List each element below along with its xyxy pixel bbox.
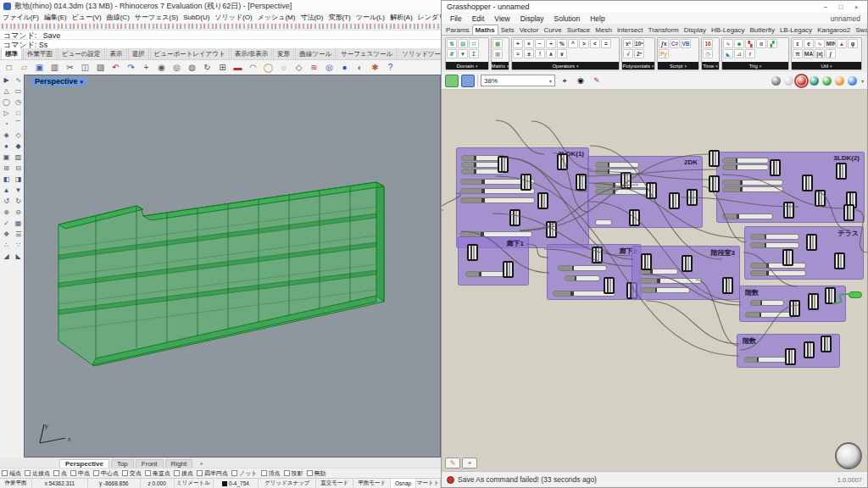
sidebar-tool-icon-2[interactable]: △ [1, 86, 12, 97]
gh-group-6[interactable]: テラス [744, 226, 864, 280]
ribbon-icon-trig-5[interactable]: ◣ [723, 49, 733, 58]
gh-component[interactable] [785, 348, 796, 365]
ribbon-icon-script-1[interactable]: C# [670, 39, 680, 48]
gh-slider[interactable] [641, 287, 690, 293]
chevron-down-icon[interactable]: ▾ [830, 64, 832, 69]
osnap-item-11[interactable]: 投影 [284, 469, 303, 478]
osnap-checkbox-9[interactable] [231, 470, 237, 476]
gh-component[interactable] [503, 261, 514, 278]
gh-component[interactable] [770, 159, 781, 176]
preview-shaded-dark[interactable] [771, 76, 781, 86]
ribbon-icon-util-1[interactable]: e [804, 39, 814, 48]
ribbon-icon-operators-10[interactable]: ± [524, 49, 534, 58]
rhino-tool-icon-16[interactable]: ◠ [246, 61, 260, 74]
gh-component[interactable] [509, 209, 520, 226]
sidebar-tool-icon-4[interactable]: ◯ [1, 97, 12, 108]
gh-tab-maths[interactable]: Maths [472, 25, 498, 35]
ribbon-icon-polynomials-2[interactable]: √ [623, 49, 633, 58]
ribbon-icon-operators-12[interactable]: ∧ [546, 49, 556, 58]
gh-component-loose-1[interactable] [709, 175, 720, 192]
rhino-tool-icon-12[interactable]: ◍ [185, 61, 199, 74]
gh-slider[interactable] [565, 275, 600, 281]
gh-tab-sets[interactable]: Sets [498, 25, 517, 35]
rhino-menu-item-8[interactable]: 寸法(D) [298, 13, 326, 22]
osnap-item-5[interactable]: 交点 [122, 469, 142, 478]
ribbon-icon-operators-13[interactable]: ∨ [557, 49, 567, 58]
ribbon-icon-matrix-0[interactable]: ▦ [492, 39, 503, 48]
osnap-item-3[interactable]: 中点 [70, 469, 90, 478]
rhino-tool-icon-23[interactable]: ◐ [353, 61, 367, 74]
osnap-checkbox-1[interactable] [25, 470, 31, 476]
gh-component[interactable] [687, 189, 698, 206]
gh-tab-kangaroo2[interactable]: Kangaroo2 [815, 25, 853, 35]
gh-tab-mesh[interactable]: Mesh [593, 25, 615, 35]
preview-green[interactable] [822, 76, 832, 86]
viewport-tab-right[interactable]: Right [165, 459, 193, 468]
gh-menu-file[interactable]: File [445, 14, 467, 23]
chevron-down-icon[interactable]: ▾ [652, 64, 654, 69]
gh-component[interactable] [782, 249, 793, 266]
osnap-checkbox-7[interactable] [174, 470, 180, 476]
gh-slider[interactable] [639, 278, 702, 284]
osnap-item-6[interactable]: 垂直点 [145, 469, 170, 478]
gh-slider[interactable] [722, 158, 769, 164]
rhino-tool-icon-8[interactable]: ↷ [124, 61, 138, 74]
sidebar-tool-icon-26[interactable]: ✓ [1, 219, 12, 229]
chevron-down-icon[interactable]: ▾ [684, 64, 687, 69]
gh-menu-view[interactable]: View [489, 14, 515, 23]
osnap-item-12[interactable]: 無効 [307, 469, 326, 478]
osnap-checkbox-4[interactable] [93, 470, 99, 476]
gh-component[interactable] [789, 300, 800, 317]
gh-component[interactable] [804, 341, 815, 358]
rhino-tool-icon-2[interactable]: ▣ [32, 61, 47, 74]
rhino-menu-item-10[interactable]: ツール(L) [353, 13, 387, 22]
gh-component[interactable] [537, 192, 548, 209]
gh-tab-display[interactable]: Display [682, 25, 709, 35]
rhino-toolbar-tab-6[interactable]: 表示/非表示 [231, 48, 273, 59]
gh-slider[interactable] [745, 312, 794, 318]
grasshopper-titlebar[interactable]: Grasshopper - unnamed − □ × [442, 1, 867, 13]
gh-component[interactable] [629, 209, 640, 226]
osnap-item-7[interactable]: 接点 [174, 469, 193, 478]
ribbon-icon-domain-5[interactable]: Σ [469, 49, 479, 58]
ribbon-icon-domain-2[interactable]: ∷ [469, 39, 479, 48]
gh-tab-intersect[interactable]: Intersect [615, 25, 646, 35]
gh-tab-vector[interactable]: Vector [517, 25, 542, 35]
ribbon-icon-util-3[interactable]: MIN [826, 39, 836, 48]
sidebar-tool-icon-9[interactable]: ⌒ [13, 119, 24, 130]
gh-canvas[interactable]: ✎ + 3LDK(1)2DK3LDK(2)廊下1廊下2階段室3テラス階数階数 [442, 90, 867, 471]
sidebar-tool-icon-13[interactable]: ◆ [13, 141, 24, 152]
gh-slider[interactable] [595, 219, 612, 225]
sidebar-tool-icon-8[interactable]: ◔ [1, 119, 12, 130]
sidebar-tool-icon-24[interactable]: ⊕ [1, 208, 12, 218]
sidebar-tool-icon-10[interactable]: ◈ [1, 130, 12, 141]
gh-component[interactable] [557, 153, 568, 170]
rhino-tool-icon-25[interactable]: ? [383, 61, 398, 74]
ribbon-icon-util-9[interactable]: ∫ [826, 49, 836, 58]
osnap-checkbox-8[interactable] [197, 470, 203, 476]
gh-component[interactable] [546, 221, 557, 238]
chevron-down-icon[interactable]: ▾ [507, 64, 509, 69]
rhino-toolbar-tab-7[interactable]: 変形 [273, 48, 294, 59]
rhino-tool-icon-15[interactable]: ▬ [231, 61, 245, 74]
save-file-button[interactable] [461, 75, 475, 87]
rhino-tool-icon-9[interactable]: + [139, 61, 153, 74]
ribbon-icon-polynomials-0[interactable]: x² [623, 39, 633, 48]
preview-eye-button[interactable]: ◉ [574, 75, 587, 87]
ribbon-icon-trig-2[interactable]: ▚ [745, 39, 755, 48]
sidebar-tool-icon-11[interactable]: ◇ [13, 130, 24, 141]
rhino-menu-item-9[interactable]: 変形(T) [326, 13, 353, 22]
ribbon-icon-operators-4[interactable]: % [557, 39, 567, 48]
status-cell-7[interactable]: 直交モード [316, 479, 353, 488]
osnap-item-4[interactable]: 中心点 [93, 469, 119, 478]
rhino-menu-item-6[interactable]: ソリッド(O) [212, 13, 254, 22]
error-icon[interactable] [447, 476, 454, 484]
sidebar-tool-icon-1[interactable]: ∿ [13, 75, 24, 86]
ribbon-icon-script-0[interactable]: ƒx [659, 39, 669, 48]
sidebar-tool-icon-3[interactable]: ▭ [13, 86, 24, 97]
rhino-tool-icon-18[interactable]: ☼ [276, 61, 291, 74]
gh-tab-params[interactable]: Params [443, 25, 472, 35]
rhino-titlebar[interactable]: 敷地(rhino) 014.3dm (13 MB) - Rhinoceros 7… [0, 0, 441, 12]
ribbon-icon-time-1[interactable]: ◷ [703, 49, 713, 58]
gh-slider[interactable] [722, 180, 783, 186]
